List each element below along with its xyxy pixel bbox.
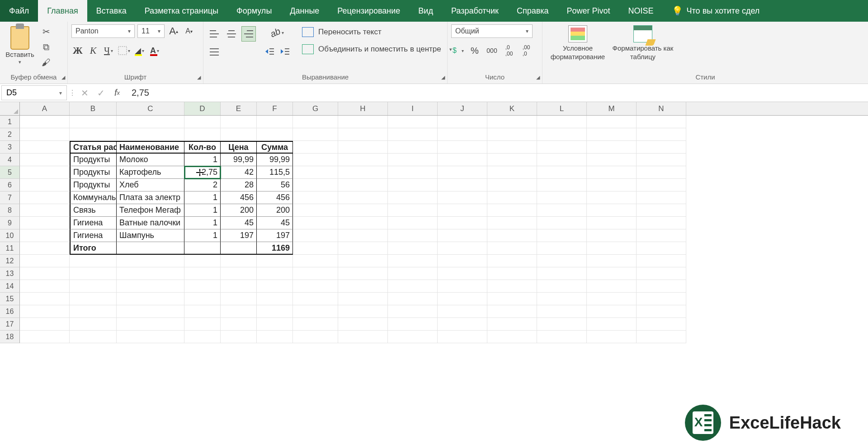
row-header-5[interactable]: 5 <box>0 166 20 179</box>
tab-power-pivot[interactable]: Power Pivot <box>558 0 619 22</box>
tell-me-search[interactable]: 💡 Что вы хотите сдел <box>665 0 767 22</box>
align-top-right[interactable] <box>241 26 256 42</box>
column-header-M[interactable]: M <box>587 102 637 115</box>
cell-L6[interactable] <box>537 179 587 191</box>
cell-L17[interactable] <box>537 318 587 331</box>
cell-A18[interactable] <box>20 331 70 343</box>
cell-L15[interactable] <box>537 293 587 305</box>
cell-F1[interactable] <box>257 116 293 128</box>
column-header-E[interactable]: E <box>221 102 257 115</box>
cell-G8[interactable] <box>293 204 338 217</box>
cell-I2[interactable] <box>388 128 438 141</box>
cell-C1[interactable] <box>117 116 184 128</box>
cell-A5[interactable] <box>20 166 70 179</box>
cell-J13[interactable] <box>438 267 487 280</box>
column-header-A[interactable]: A <box>20 102 70 115</box>
cell-C3[interactable]: Наименование <box>117 141 184 154</box>
increase-font-button[interactable]: A▴ <box>167 25 180 37</box>
cell-J17[interactable] <box>438 318 487 331</box>
cell-D15[interactable] <box>184 293 221 305</box>
cell-D17[interactable] <box>184 318 221 331</box>
cell-F15[interactable] <box>257 293 293 305</box>
cell-L16[interactable] <box>537 305 587 318</box>
cell-G14[interactable] <box>293 280 338 293</box>
row-header-11[interactable]: 11 <box>0 242 20 255</box>
cell-L8[interactable] <box>537 204 587 217</box>
cell-G15[interactable] <box>293 293 338 305</box>
cell-G11[interactable] <box>293 242 338 255</box>
cell-B9[interactable]: Гигиена <box>70 217 117 229</box>
cell-C9[interactable]: Ватные палочки <box>117 217 184 229</box>
cell-C17[interactable] <box>117 318 184 331</box>
cell-K14[interactable] <box>487 280 537 293</box>
cell-I14[interactable] <box>388 280 438 293</box>
cell-I11[interactable] <box>388 242 438 255</box>
cell-A9[interactable] <box>20 217 70 229</box>
cell-M16[interactable] <box>587 305 637 318</box>
tab-insert[interactable]: Вставка <box>87 0 136 22</box>
cell-N8[interactable] <box>637 204 686 217</box>
tab-help[interactable]: Справка <box>508 0 558 22</box>
cell-I5[interactable] <box>388 166 438 179</box>
cell-D3[interactable]: Кол-во <box>184 141 221 154</box>
align-top-center[interactable] <box>224 26 239 42</box>
cell-J10[interactable] <box>438 229 487 242</box>
cell-N3[interactable] <box>637 141 686 154</box>
cell-F3[interactable]: Сумма <box>257 141 293 154</box>
cell-E13[interactable] <box>221 267 257 280</box>
cell-N7[interactable] <box>637 191 686 204</box>
cell-N10[interactable] <box>637 229 686 242</box>
cell-N14[interactable] <box>637 280 686 293</box>
row-header-12[interactable]: 12 <box>0 255 20 267</box>
tab-page-layout[interactable]: Разметка страницы <box>136 0 227 22</box>
cell-H5[interactable] <box>338 166 388 179</box>
cell-N16[interactable] <box>637 305 686 318</box>
copy-button[interactable]: ⧉ <box>40 42 52 52</box>
cell-A6[interactable] <box>20 179 70 191</box>
cell-E2[interactable] <box>221 128 257 141</box>
cell-B16[interactable] <box>70 305 117 318</box>
cell-D4[interactable]: 1 <box>184 154 221 166</box>
cell-G13[interactable] <box>293 267 338 280</box>
cell-J7[interactable] <box>438 191 487 204</box>
cell-K16[interactable] <box>487 305 537 318</box>
cell-E5[interactable]: 42 <box>221 166 257 179</box>
cell-D13[interactable] <box>184 267 221 280</box>
format-as-table-button[interactable]: Форматировать как таблицу <box>611 25 675 61</box>
tab-data[interactable]: Данные <box>281 0 328 22</box>
paste-button[interactable]: Вставить ▾ <box>4 24 36 65</box>
cell-M6[interactable] <box>587 179 637 191</box>
cell-J6[interactable] <box>438 179 487 191</box>
cell-E1[interactable] <box>221 116 257 128</box>
cell-F2[interactable] <box>257 128 293 141</box>
name-box[interactable]: D5▾ <box>1 85 67 100</box>
cell-A1[interactable] <box>20 116 70 128</box>
cell-L2[interactable] <box>537 128 587 141</box>
cell-E18[interactable] <box>221 331 257 343</box>
cell-H11[interactable] <box>338 242 388 255</box>
align-bottom-right[interactable] <box>241 44 256 60</box>
cell-B17[interactable] <box>70 318 117 331</box>
cell-M5[interactable] <box>587 166 637 179</box>
cell-J18[interactable] <box>438 331 487 343</box>
cell-B4[interactable]: Продукты <box>70 154 117 166</box>
clipboard-launcher[interactable]: ◢ <box>60 75 66 81</box>
cell-I4[interactable] <box>388 154 438 166</box>
cell-N2[interactable] <box>637 128 686 141</box>
cell-N18[interactable] <box>637 331 686 343</box>
spreadsheet-grid[interactable]: ABCDEFGHIJKLMN 123Статья расходНаименова… <box>0 102 868 343</box>
cell-L14[interactable] <box>537 280 587 293</box>
cell-K17[interactable] <box>487 318 537 331</box>
cell-E10[interactable]: 197 <box>221 229 257 242</box>
comma-style-button[interactable]: 000 <box>486 44 498 57</box>
cell-E15[interactable] <box>221 293 257 305</box>
cell-L1[interactable] <box>537 116 587 128</box>
cell-K5[interactable] <box>487 166 537 179</box>
cell-G18[interactable] <box>293 331 338 343</box>
cell-B18[interactable] <box>70 331 117 343</box>
cell-N1[interactable] <box>637 116 686 128</box>
cell-K11[interactable] <box>487 242 537 255</box>
cell-G9[interactable] <box>293 217 338 229</box>
cell-K12[interactable] <box>487 255 537 267</box>
cell-H6[interactable] <box>338 179 388 191</box>
